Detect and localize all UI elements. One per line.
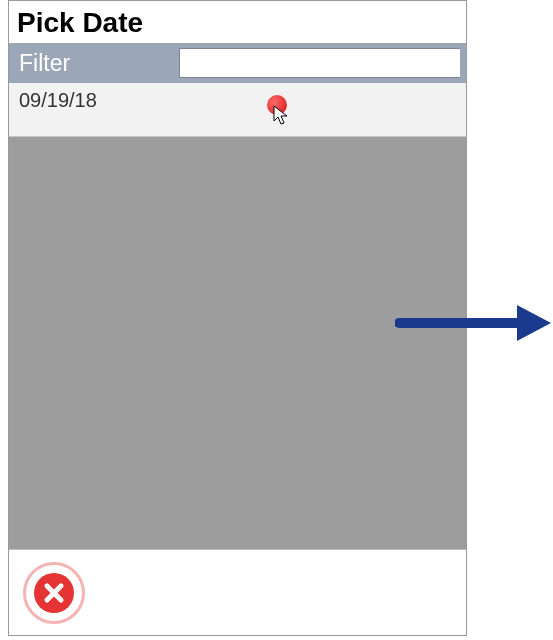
list-item-date: 09/19/18 <box>19 89 97 112</box>
pick-date-window: Pick Date Filter 09/19/18 <box>8 0 467 636</box>
list-item[interactable]: 09/19/18 <box>9 83 466 137</box>
filter-bar: Filter <box>9 43 466 83</box>
date-list: 09/19/18 <box>9 83 466 549</box>
close-button[interactable] <box>23 562 85 624</box>
filter-label: Filter <box>19 50 179 77</box>
page-title: Pick Date <box>9 1 466 43</box>
filter-input[interactable] <box>179 48 460 78</box>
close-icon <box>34 573 74 613</box>
footer-bar <box>9 549 466 635</box>
svg-marker-3 <box>517 305 551 341</box>
